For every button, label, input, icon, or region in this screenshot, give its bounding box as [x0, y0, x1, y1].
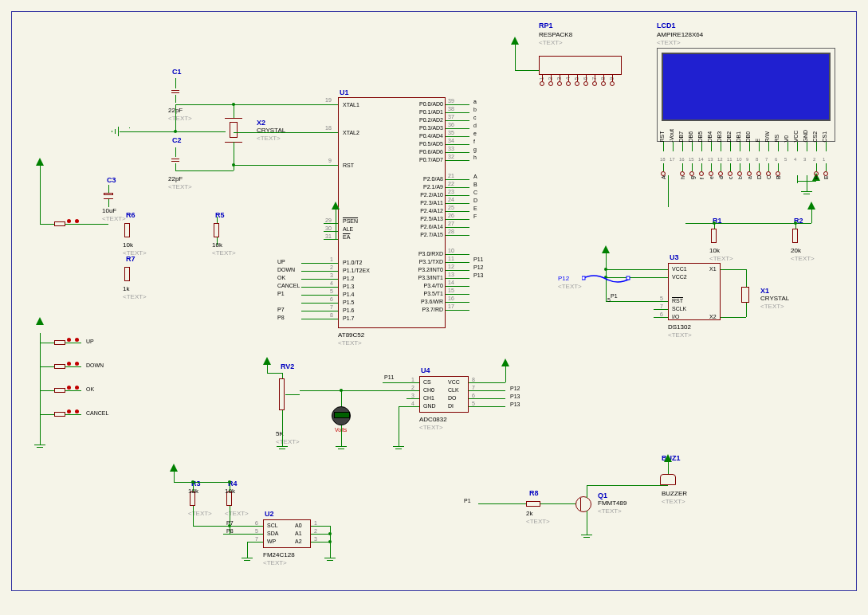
r2-value: 20k: [791, 247, 801, 254]
q1-ref[interactable]: Q1: [598, 492, 607, 499]
q1-text: <TEXT>: [598, 507, 622, 515]
x1-ref[interactable]: X1: [760, 287, 769, 295]
wire: [247, 542, 263, 543]
selected-net-label[interactable]: P12: [558, 275, 569, 282]
power-vcc: [511, 37, 519, 45]
wire: [217, 217, 218, 223]
c3-text: <TEXT>: [102, 215, 126, 222]
ground: [324, 558, 336, 566]
c3-ref[interactable]: C3: [107, 176, 116, 184]
wire: [587, 511, 587, 535]
rp1-body[interactable]: [539, 56, 622, 75]
x1-body[interactable]: [741, 287, 749, 303]
wire: [175, 95, 176, 103]
up-button[interactable]: [54, 340, 65, 345]
u3-value: DS1302: [668, 323, 691, 331]
gnd-bar: [115, 129, 116, 134]
wire: [129, 127, 130, 128]
rv2-ref[interactable]: RV2: [281, 362, 294, 370]
lcd1-value: AMPIRE128X64: [657, 31, 703, 38]
wire: [175, 131, 225, 132]
wire: [65, 224, 108, 225]
down-button[interactable]: [54, 364, 65, 369]
svg-rect-0: [582, 276, 585, 280]
r7-text: <TEXT>: [123, 293, 147, 300]
u4-net-p11: P11: [384, 374, 394, 380]
r5-body[interactable]: [214, 223, 219, 237]
wire: [282, 410, 283, 446]
q1-body[interactable]: [575, 496, 591, 512]
wire: [540, 503, 558, 504]
ground: [277, 446, 288, 454]
wire: [746, 269, 747, 287]
wire: [797, 181, 816, 182]
u3-ref[interactable]: U3: [670, 253, 679, 261]
power-vcc: [602, 245, 610, 253]
r8-text: <TEXT>: [526, 518, 550, 525]
button-dot: [67, 219, 71, 223]
r7-value: 1k: [123, 285, 129, 292]
r6-ref[interactable]: R6: [126, 211, 136, 219]
wire: [515, 45, 516, 70]
u1-ref[interactable]: U1: [340, 88, 349, 96]
rv2-body[interactable]: [279, 378, 285, 410]
pin-line: [324, 104, 338, 105]
q1-bar: [580, 498, 581, 511]
wire: [40, 224, 54, 225]
cancel-button[interactable]: [54, 412, 65, 417]
r1-text: <TEXT>: [709, 255, 733, 262]
wire: [668, 462, 669, 474]
r5-value: 10k: [212, 241, 222, 249]
wire: [399, 406, 399, 446]
r7-body[interactable]: [124, 267, 130, 281]
wire: [175, 104, 324, 105]
xtal-plate: [225, 118, 242, 119]
wire: [481, 398, 505, 399]
gnd-stem: [118, 127, 119, 136]
c3-body-top[interactable]: [104, 193, 113, 195]
voltmeter[interactable]: [332, 406, 351, 425]
c2-text: <TEXT>: [168, 183, 192, 190]
r7-ref[interactable]: R7: [126, 255, 136, 263]
c2-ref[interactable]: C2: [172, 136, 182, 144]
r8-body[interactable]: [526, 501, 540, 507]
wire: [40, 333, 41, 445]
wire: [383, 382, 407, 383]
lcd-screen: [662, 53, 831, 121]
wire: [311, 534, 330, 535]
x2-body[interactable]: [230, 122, 238, 138]
lcd1-text: <TEXT>: [657, 39, 681, 46]
ground: [581, 535, 592, 543]
u3-text: <TEXT>: [668, 331, 692, 339]
wire: [247, 542, 248, 558]
wire: [108, 185, 109, 193]
r8-ref[interactable]: R8: [529, 489, 539, 497]
r2-body[interactable]: [792, 229, 798, 243]
c1-ref[interactable]: C1: [172, 68, 182, 76]
power-vcc: [664, 454, 672, 462]
r6-body[interactable]: [124, 223, 130, 237]
reset-button[interactable]: [54, 221, 65, 226]
rv2-text: <TEXT>: [276, 438, 300, 445]
u2-ref[interactable]: U2: [265, 510, 274, 518]
wire: [807, 175, 807, 191]
u4-ref[interactable]: U4: [421, 366, 430, 374]
lcd1-ref[interactable]: LCD1: [657, 22, 676, 29]
wire: [193, 506, 194, 526]
u2-value: FM24C128: [263, 551, 295, 558]
u2-text: <TEXT>: [263, 559, 287, 566]
rp1-ref[interactable]: RP1: [539, 22, 553, 29]
x2-ref[interactable]: X2: [257, 119, 265, 127]
c2-value: 22pF: [168, 175, 183, 182]
wire: [285, 394, 300, 395]
wire: [336, 210, 336, 239]
selected-wire[interactable]: [582, 271, 638, 287]
wire: [234, 165, 324, 166]
ok-button[interactable]: [54, 388, 65, 393]
buz1-body[interactable]: [660, 474, 676, 485]
u3-net-p1: P1: [611, 293, 618, 299]
wire: [234, 132, 324, 133]
wire: [267, 373, 282, 374]
power-vcc: [36, 158, 44, 166]
r1-body[interactable]: [711, 229, 717, 243]
